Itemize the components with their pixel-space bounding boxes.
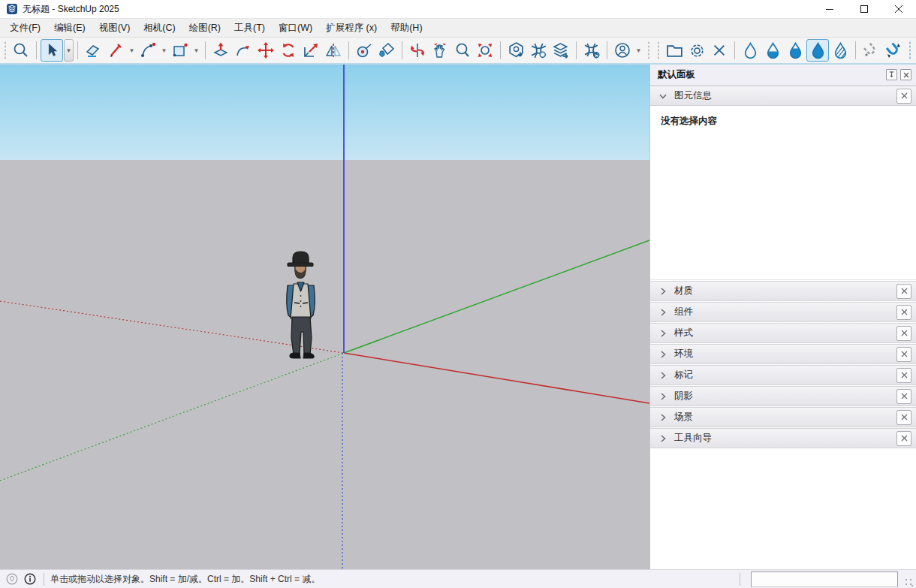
pan-tool-button[interactable]: [429, 39, 451, 62]
menu-camera[interactable]: 相机(C): [137, 20, 182, 37]
menu-draw[interactable]: 绘图(R): [182, 20, 227, 37]
arc-tool-button[interactable]: [137, 39, 159, 62]
section-close-button[interactable]: [896, 305, 911, 320]
droplet-empty-button[interactable]: [739, 39, 761, 62]
chevron-right-icon: [658, 391, 668, 402]
select-arrow-icon: [44, 42, 60, 59]
toolbar-grip[interactable]: [2, 41, 8, 60]
magnet-off-icon: [862, 41, 880, 59]
section-materials[interactable]: 材质: [650, 281, 916, 301]
folder-button[interactable]: [663, 39, 685, 62]
settings-button[interactable]: [685, 39, 708, 62]
section-close-button[interactable]: [896, 431, 911, 446]
account-dropdown[interactable]: ▼: [634, 39, 643, 62]
menu-file[interactable]: 文件(F): [3, 20, 47, 37]
eraser-icon: [84, 41, 102, 59]
section-close-button[interactable]: [896, 347, 911, 362]
select-tool-dropdown[interactable]: ▼: [64, 39, 74, 62]
droplet-most-button[interactable]: [784, 39, 806, 62]
tape-measure-icon: [355, 41, 373, 59]
panel-empty-area: [650, 448, 916, 569]
orbit-tool-button[interactable]: [406, 39, 429, 62]
chevron-right-icon: [658, 349, 668, 360]
section-components[interactable]: 组件: [650, 302, 916, 322]
close-icon: [901, 92, 908, 99]
section-instructor[interactable]: 工具向导: [650, 428, 916, 448]
toolbar-grip[interactable]: [907, 41, 912, 60]
chevron-right-icon: [658, 370, 668, 381]
geolocation-icon[interactable]: [6, 573, 18, 585]
section-close-button[interactable]: [896, 410, 911, 425]
menu-extensions[interactable]: 扩展程序 (x): [319, 20, 384, 37]
droplet-full-button[interactable]: [806, 39, 829, 62]
section-label: 材质: [674, 285, 693, 297]
arc-tool-dropdown[interactable]: ▼: [159, 39, 169, 62]
zoom-extents-button[interactable]: [474, 39, 496, 62]
paint-bucket-icon: [378, 41, 396, 59]
section-label: 场景: [674, 411, 693, 424]
magnet-off-button[interactable]: [860, 39, 882, 62]
arc-icon: [139, 41, 157, 59]
shape-tool-dropdown[interactable]: ▼: [191, 39, 201, 62]
eraser-tool-button[interactable]: [82, 39, 104, 62]
menu-window[interactable]: 窗口(W): [272, 20, 319, 37]
shape-tool-button[interactable]: [169, 39, 191, 62]
menu-help[interactable]: 帮助(H): [384, 20, 429, 37]
share-component-button[interactable]: [550, 39, 572, 62]
flip-tool-button[interactable]: [322, 39, 345, 62]
menu-edit[interactable]: 编辑(E): [47, 20, 92, 37]
line-tool-dropdown[interactable]: ▼: [127, 39, 137, 62]
scale-tool-button[interactable]: [300, 39, 322, 62]
zoom-tool-button[interactable]: [451, 39, 474, 62]
section-styles[interactable]: 样式: [650, 323, 916, 343]
menu-tools[interactable]: 工具(T): [227, 20, 272, 37]
tape-measure-tool-button[interactable]: [353, 39, 375, 62]
section-tags[interactable]: 标记: [650, 365, 916, 385]
move-tool-button[interactable]: [255, 39, 277, 62]
line-tool-button[interactable]: [104, 39, 127, 62]
drawing-axes: [0, 65, 649, 568]
chevron-right-icon: [658, 412, 668, 423]
entity-info-close-button[interactable]: [896, 89, 911, 104]
droplet-half-button[interactable]: [761, 39, 784, 62]
rotate-tool-button[interactable]: [277, 39, 300, 62]
close-tool-button[interactable]: [708, 39, 731, 62]
section-label: 组件: [674, 306, 693, 318]
maximize-button[interactable]: [847, 0, 881, 18]
follow-me-tool-button[interactable]: [232, 39, 255, 62]
account-icon: [613, 41, 631, 59]
panel-pin-button[interactable]: [886, 69, 897, 80]
push-pull-tool-button[interactable]: [209, 39, 232, 62]
paint-bucket-tool-button[interactable]: [375, 39, 398, 62]
3d-viewport[interactable]: [0, 65, 649, 569]
window-resize-grip[interactable]: [899, 573, 914, 588]
share-model-button[interactable]: [527, 39, 550, 62]
search-button[interactable]: [10, 39, 32, 62]
toolbar-grip[interactable]: [646, 41, 651, 60]
magnet-on-button[interactable]: [882, 39, 905, 62]
close-button[interactable]: [881, 0, 916, 18]
section-close-button[interactable]: [896, 284, 911, 299]
section-close-button[interactable]: [896, 368, 911, 383]
close-icon: [901, 330, 908, 336]
select-tool-button[interactable]: [41, 39, 63, 62]
account-button[interactable]: [611, 39, 634, 62]
section-close-button[interactable]: [896, 389, 911, 404]
menu-view[interactable]: 视图(V): [92, 20, 137, 37]
pencil-icon: [107, 41, 125, 59]
extension-warehouse-button[interactable]: [580, 39, 603, 62]
section-shadows[interactable]: 阴影: [650, 386, 916, 406]
info-icon[interactable]: [24, 573, 36, 585]
follow-me-icon: [234, 41, 252, 59]
measurement-input[interactable]: [751, 571, 898, 587]
droplet-striped-button[interactable]: [829, 39, 851, 62]
section-environment[interactable]: 环境: [650, 344, 916, 364]
toolbar-grip[interactable]: [655, 41, 661, 60]
minimize-button[interactable]: [812, 0, 847, 18]
menu-bar: 文件(F) 编辑(E) 视图(V) 相机(C) 绘图(R) 工具(T) 窗口(W…: [0, 19, 916, 38]
3d-warehouse-button[interactable]: [505, 39, 527, 62]
section-close-button[interactable]: [896, 326, 911, 341]
panel-close-button[interactable]: [900, 69, 911, 80]
section-scenes[interactable]: 场景: [650, 407, 916, 427]
entity-info-header[interactable]: 图元信息: [650, 86, 916, 106]
